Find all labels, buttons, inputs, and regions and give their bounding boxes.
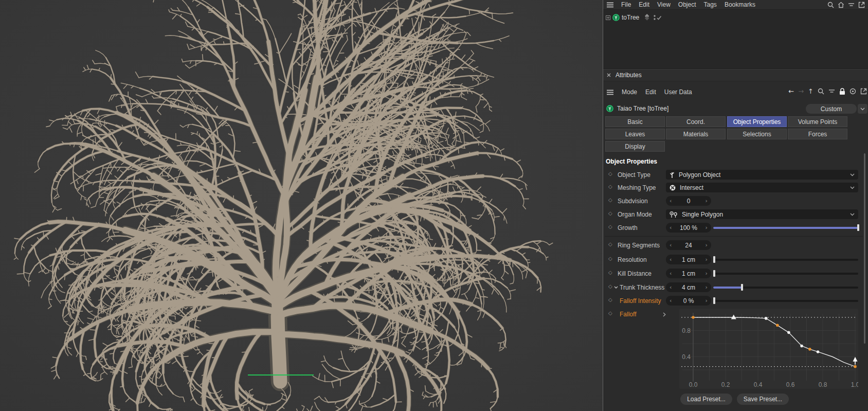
tab-volume-points[interactable]: Volume Points [788,116,847,127]
falloff-intensity-stepper[interactable]: ‹ 0 % › [666,296,711,306]
panel-scrollbar[interactable] [864,153,865,344]
organ-mode-dropdown[interactable]: Single Polygon [666,209,858,219]
home-icon[interactable] [838,2,844,8]
growth-stepper[interactable]: ‹ 100 % › [666,223,711,233]
key-diamond-icon[interactable]: ◇ [608,197,612,203]
stepper-decrement[interactable]: ‹ [670,284,672,291]
key-diamond-icon[interactable]: ◇ [608,283,612,289]
falloff-intensity-value[interactable]: 0 % [683,297,694,305]
stepper-increment[interactable]: › [706,242,708,248]
expander-chevron-icon[interactable] [614,286,618,289]
tab-object-properties[interactable]: Object Properties [727,116,787,127]
save-preset-button[interactable]: Save Preset... [737,394,789,405]
tab-display[interactable]: Display [605,141,665,152]
stepper-increment[interactable]: › [706,284,708,291]
close-icon[interactable] [607,73,611,77]
hamburger-icon[interactable] [607,2,613,8]
menu-mode[interactable]: Mode [622,88,637,96]
tab-basic[interactable]: Basic [605,116,665,127]
kill-distance-stepper[interactable]: ‹ 1 cm › [666,269,711,278]
object-manager-item[interactable]: toTree [606,13,639,22]
menu-tags[interactable]: Tags [704,1,717,8]
slider-handle[interactable] [713,256,715,263]
stepper-decrement[interactable]: ‹ [670,198,672,204]
export-icon[interactable] [858,2,865,8]
key-diamond-icon[interactable]: ◇ [608,256,612,261]
kill-distance-slider[interactable] [713,270,858,277]
search-icon[interactable] [818,88,824,95]
tab-selections[interactable]: Selections [727,129,787,139]
key-diamond-icon[interactable]: ◇ [608,297,612,302]
preset-dropdown[interactable]: Custom [806,104,857,114]
menu-file[interactable]: File [621,1,631,8]
stepper-increment[interactable]: › [706,224,708,231]
stepper-increment[interactable]: › [706,270,708,277]
trunk-thickness-slider[interactable] [713,283,858,291]
stepper-increment[interactable]: › [706,256,708,263]
falloff-intensity-slider[interactable] [713,297,858,305]
visibility-dots-check-icon[interactable] [653,14,662,21]
svg-text:0.0: 0.0 [689,381,698,388]
key-diamond-icon[interactable]: ◇ [608,241,612,247]
ring-segments-value[interactable]: 24 [685,242,692,249]
subdivision-value[interactable]: 0 [687,198,691,205]
key-diamond-icon[interactable]: ◇ [608,224,612,229]
filter-icon[interactable] [828,88,835,95]
falloff-curve-editor[interactable]: 0.80.40.00.20.40.60.81.0 [679,309,858,389]
viewport-3d[interactable] [0,0,603,411]
lock-icon[interactable] [839,88,845,95]
search-icon[interactable] [827,2,834,8]
parent-up-icon[interactable]: ↑ [808,87,813,95]
menu-object[interactable]: Object [678,1,696,8]
tab-coord[interactable]: Coord. [666,116,726,127]
filter-icon[interactable] [848,2,855,8]
slider-handle[interactable] [713,270,715,277]
subdivision-stepper[interactable]: ‹ 0 › [666,196,711,206]
preset-dropdown-chevron[interactable] [858,104,867,114]
chevron-down-icon [850,173,855,176]
stepper-increment[interactable]: › [706,297,708,304]
key-diamond-icon[interactable]: ◇ [608,210,612,216]
trunk-thickness-value[interactable]: 4 cm [682,284,695,291]
key-diamond-icon[interactable]: ◇ [608,310,612,316]
key-diamond-icon[interactable]: ◇ [608,270,612,275]
hamburger-icon[interactable] [607,90,613,95]
layer-diamond-icon[interactable] [643,14,650,21]
menu-edit-attr[interactable]: Edit [645,88,656,96]
object-type-dropdown[interactable]: Polygon Object [666,170,858,180]
tab-forces[interactable]: Forces [788,129,847,139]
stepper-decrement[interactable]: ‹ [670,242,672,248]
ring-segments-stepper[interactable]: ‹ 24 › [666,240,711,250]
growth-value[interactable]: 100 % [680,224,697,231]
key-diamond-icon[interactable]: ◇ [608,171,612,176]
resolution-value[interactable]: 1 cm [682,256,695,263]
target-circle-icon[interactable] [849,88,856,95]
menu-edit[interactable]: Edit [639,1,649,8]
history-forward-icon[interactable]: → [798,87,804,95]
tab-leaves[interactable]: Leaves [605,129,665,139]
expand-box-icon[interactable] [606,15,610,20]
slider-handle[interactable] [713,297,715,304]
slider-handle[interactable] [741,284,743,291]
stepper-decrement[interactable]: ‹ [670,224,672,231]
meshing-type-dropdown[interactable]: Intersect [666,183,858,192]
growth-slider[interactable] [713,224,858,231]
tab-materials[interactable]: Materials [666,129,726,139]
stepper-decrement[interactable]: ‹ [670,256,672,263]
history-back-icon[interactable]: ← [788,87,794,95]
resolution-stepper[interactable]: ‹ 1 cm › [666,255,711,264]
slider-handle[interactable] [857,224,859,231]
external-link-icon[interactable] [860,88,867,95]
trunk-thickness-stepper[interactable]: ‹ 4 cm › [666,282,711,292]
resolution-slider[interactable] [713,256,858,263]
load-preset-button[interactable]: Load Preset... [680,394,732,405]
chevron-right-icon[interactable] [663,312,666,317]
menu-user-data[interactable]: User Data [664,88,692,96]
kill-distance-value[interactable]: 1 cm [682,270,695,277]
stepper-increment[interactable]: › [706,198,708,204]
menu-bookmarks[interactable]: Bookmarks [725,1,755,8]
stepper-decrement[interactable]: ‹ [670,297,672,304]
key-diamond-icon[interactable]: ◇ [608,184,612,189]
stepper-decrement[interactable]: ‹ [670,270,672,277]
menu-view[interactable]: View [657,1,671,8]
